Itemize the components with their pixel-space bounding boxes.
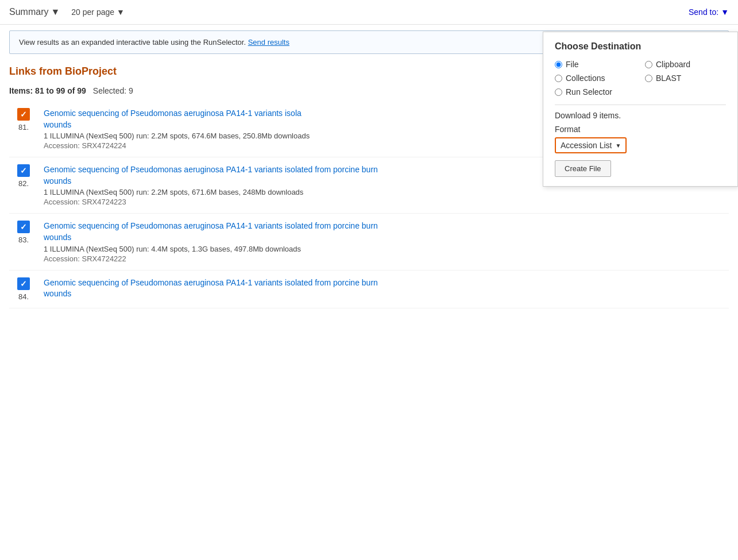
result-title-83: Genomic sequencing of Pseudomonas aerugi… bbox=[44, 221, 729, 243]
result-meta-82: 1 ILLUMINA (NextSeq 500) run: 2.2M spots… bbox=[44, 188, 729, 196]
top-bar: Summary ▼ 20 per page ▼ Send to: ▼ bbox=[0, 0, 738, 25]
item-number-82: 82. bbox=[18, 179, 29, 188]
checkbox-81[interactable] bbox=[17, 108, 30, 121]
radio-clipboard[interactable] bbox=[645, 61, 652, 68]
summary-label: Summary bbox=[9, 7, 48, 17]
result-content-83: Genomic sequencing of Pseudomonas aerugi… bbox=[44, 221, 729, 262]
send-to-button[interactable]: Send to: ▼ bbox=[689, 7, 729, 17]
radio-file[interactable] bbox=[555, 61, 562, 68]
popup-option-run-selector[interactable]: Run Selector bbox=[555, 87, 636, 96]
option-collections-label: Collections bbox=[566, 74, 605, 83]
per-page-dropdown[interactable]: 20 per page ▼ bbox=[71, 7, 125, 17]
info-banner-text: View results as an expanded interactive … bbox=[19, 38, 246, 47]
format-arrow-icon: ▼ bbox=[615, 142, 621, 149]
result-left-84: 84. bbox=[9, 277, 38, 301]
checkbox-82[interactable] bbox=[17, 164, 30, 177]
selected-count: Selected: 9 bbox=[93, 86, 133, 95]
result-meta-83: 1 ILLUMINA (NextSeq 500) run: 4.4M spots… bbox=[44, 245, 729, 253]
list-item: 83. Genomic sequencing of Pseudomonas ae… bbox=[9, 214, 729, 270]
format-select[interactable]: Accession List ▼ bbox=[555, 137, 627, 153]
popup-option-blast[interactable]: BLAST bbox=[645, 74, 726, 83]
per-page-label: 20 per page bbox=[71, 7, 114, 17]
send-to-popup: Choose Destination File Clipboard Collec… bbox=[543, 32, 738, 187]
option-blast-label: BLAST bbox=[656, 74, 681, 83]
format-value: Accession List bbox=[561, 141, 612, 150]
checkbox-83[interactable] bbox=[17, 221, 30, 233]
popup-options: File Clipboard Collections BLAST Run Sel… bbox=[555, 60, 726, 96]
result-link-84[interactable]: Genomic sequencing of Pseudomonas aerugi… bbox=[44, 278, 378, 299]
result-link-81[interactable]: Genomic sequencing of Pseudomonas aerugi… bbox=[44, 109, 302, 129]
per-page-arrow-icon: ▼ bbox=[117, 7, 125, 17]
top-bar-left: Summary ▼ 20 per page ▼ bbox=[9, 7, 125, 17]
summary-arrow-icon: ▼ bbox=[51, 7, 60, 17]
checkbox-84[interactable] bbox=[17, 277, 30, 290]
item-number-84: 84. bbox=[18, 292, 29, 301]
result-link-83[interactable]: Genomic sequencing of Pseudomonas aerugi… bbox=[44, 221, 378, 242]
result-left-83: 83. bbox=[9, 221, 38, 244]
popup-divider bbox=[555, 105, 726, 105]
result-content-84: Genomic sequencing of Pseudomonas aerugi… bbox=[44, 277, 729, 300]
send-to-arrow-icon: ▼ bbox=[721, 7, 729, 17]
popup-option-clipboard[interactable]: Clipboard bbox=[645, 60, 726, 69]
summary-dropdown[interactable]: Summary ▼ bbox=[9, 7, 60, 17]
radio-blast[interactable] bbox=[645, 75, 652, 82]
popup-download-text: Download 9 items. bbox=[555, 111, 726, 120]
radio-run-selector[interactable] bbox=[555, 88, 562, 96]
result-link-82[interactable]: Genomic sequencing of Pseudomonas aerugi… bbox=[44, 165, 378, 186]
result-left-81: 81. bbox=[9, 108, 38, 132]
create-file-button[interactable]: Create File bbox=[555, 160, 611, 177]
option-clipboard-label: Clipboard bbox=[656, 60, 690, 69]
popup-format-label: Format bbox=[555, 125, 726, 134]
radio-collections[interactable] bbox=[555, 75, 562, 82]
list-item: 84. Genomic sequencing of Pseudomonas ae… bbox=[9, 271, 729, 308]
result-title-84: Genomic sequencing of Pseudomonas aerugi… bbox=[44, 277, 729, 300]
option-file-label: File bbox=[566, 60, 579, 69]
result-left-82: 82. bbox=[9, 164, 38, 188]
send-results-link[interactable]: Send results bbox=[248, 38, 289, 47]
popup-option-file[interactable]: File bbox=[555, 60, 636, 69]
item-number-83: 83. bbox=[18, 235, 29, 244]
send-to-label: Send to: bbox=[689, 7, 718, 17]
popup-title: Choose Destination bbox=[555, 41, 726, 52]
result-accession-82: Accession: SRX4724223 bbox=[44, 198, 729, 206]
item-number-81: 81. bbox=[18, 123, 29, 132]
result-accession-83: Accession: SRX4724222 bbox=[44, 254, 729, 263]
popup-option-collections[interactable]: Collections bbox=[555, 74, 636, 83]
items-count: Items: 81 to 99 of 99 bbox=[9, 86, 86, 95]
option-run-selector-label: Run Selector bbox=[566, 87, 612, 96]
